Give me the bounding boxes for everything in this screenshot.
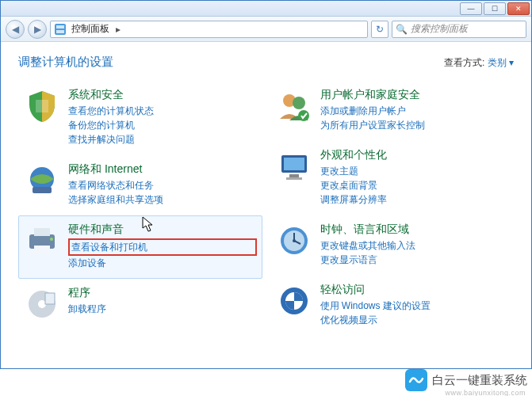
link-keyboard[interactable]: 更改键盘或其他输入法	[320, 238, 509, 253]
cat-title[interactable]: 程序	[68, 286, 257, 300]
search-icon: 🔍	[396, 24, 408, 35]
ease-icon	[276, 283, 312, 319]
cat-title[interactable]: 时钟、语言和区域	[320, 223, 509, 237]
link-backup[interactable]: 备份您的计算机	[68, 118, 257, 132]
svg-rect-7	[34, 228, 50, 236]
link-network-status[interactable]: 查看网络状态和任务	[68, 178, 257, 192]
content-area: 调整计算机的设置 查看方式: 类别 ▾ 系统和安全	[1, 42, 531, 368]
svg-rect-5	[33, 187, 52, 193]
viewby-dropdown[interactable]: 类别 ▾	[488, 57, 514, 68]
link-language[interactable]: 更改显示语言	[320, 253, 509, 267]
maximize-button[interactable]: ☐	[484, 2, 506, 15]
control-panel-icon	[54, 23, 67, 36]
watermark: 白云一键重装系统	[405, 369, 527, 391]
back-button[interactable]: ◀	[6, 20, 25, 39]
heading-row: 调整计算机的设置 查看方式: 类别 ▾	[18, 55, 514, 70]
disc-icon	[24, 286, 60, 322]
monitor-icon	[276, 148, 312, 185]
cat-programs[interactable]: 程序 卸载程序	[18, 279, 262, 331]
forward-button[interactable]: ▶	[28, 20, 47, 39]
cat-title[interactable]: 网络和 Internet	[68, 162, 257, 177]
svg-rect-12	[45, 293, 55, 304]
cat-system-security[interactable]: 系统和安全 查看您的计算机状态 备份您的计算机 查找并解决问题	[18, 81, 262, 155]
svg-rect-18	[289, 174, 299, 177]
address-bar[interactable]: 控制面板 ▸	[50, 21, 368, 38]
link-view-status[interactable]: 查看您的计算机状态	[68, 104, 257, 118]
link-recommended[interactable]: 使用 Windows 建议的设置	[320, 299, 509, 313]
svg-rect-3	[36, 100, 48, 112]
cat-network[interactable]: 网络和 Internet 查看网络状态和任务 选择家庭组和共享选项	[18, 155, 262, 215]
navbar: ◀ ▶ 控制面板 ▸ ↻ 🔍 搜索控制面板	[1, 17, 531, 42]
svg-rect-19	[286, 177, 302, 180]
shield-icon	[24, 88, 60, 124]
watermark-text: 白云一键重装系统	[432, 373, 527, 388]
link-add-remove-users[interactable]: 添加或删除用户帐户	[320, 104, 509, 118]
cat-user-accounts[interactable]: 用户帐户和家庭安全 添加或删除用户帐户 为所有用户设置家长控制	[270, 81, 515, 141]
link-theme[interactable]: 更改主题	[320, 164, 509, 178]
view-by: 查看方式: 类别 ▾	[444, 56, 514, 70]
cat-title[interactable]: 系统和安全	[68, 88, 257, 102]
svg-rect-1	[56, 25, 64, 29]
left-column: 系统和安全 查看您的计算机状态 备份您的计算机 查找并解决问题 网络和 Inte…	[18, 81, 262, 336]
right-column: 用户帐户和家庭安全 添加或删除用户帐户 为所有用户设置家长控制 外观和个性化	[270, 81, 515, 336]
cat-title[interactable]: 用户帐户和家庭安全	[320, 88, 509, 102]
svg-rect-17	[284, 158, 304, 170]
close-button[interactable]: ✕	[507, 2, 530, 15]
chevron-down-icon: ▾	[509, 57, 514, 68]
printer-icon	[24, 223, 60, 259]
link-video[interactable]: 优化视频显示	[320, 313, 509, 327]
refresh-button[interactable]: ↻	[371, 21, 388, 38]
cat-ease-of-access[interactable]: 轻松访问 使用 Windows 建议的设置 优化视频显示	[270, 276, 515, 336]
svg-point-14	[293, 97, 305, 109]
cat-clock-region[interactable]: 时钟、语言和区域 更改键盘或其他输入法 更改显示语言	[270, 215, 515, 276]
link-devices-printers[interactable]: 查看设备和打印机	[68, 238, 257, 256]
link-troubleshoot[interactable]: 查找并解决问题	[68, 132, 257, 147]
watermark-url: www.baiyunxitong.com	[445, 389, 526, 396]
page-title: 调整计算机的设置	[18, 55, 113, 70]
search-placeholder: 搜索控制面板	[411, 22, 468, 36]
viewby-label: 查看方式:	[444, 57, 484, 68]
users-icon	[276, 88, 312, 124]
watermark-logo-icon	[405, 369, 427, 391]
cat-appearance[interactable]: 外观和个性化 更改主题 更改桌面背景 调整屏幕分辨率	[270, 141, 515, 215]
address-group: 控制面板 ▸ ↻	[50, 21, 388, 38]
link-uninstall[interactable]: 卸载程序	[68, 302, 257, 316]
search-input[interactable]: 🔍 搜索控制面板	[392, 21, 526, 38]
clock-globe-icon	[276, 223, 312, 259]
link-homegroup[interactable]: 选择家庭组和共享选项	[68, 192, 257, 207]
cat-title[interactable]: 外观和个性化	[320, 148, 509, 162]
svg-rect-8	[34, 246, 50, 253]
category-columns: 系统和安全 查看您的计算机状态 备份您的计算机 查找并解决问题 网络和 Inte…	[18, 81, 514, 336]
svg-point-22	[293, 239, 296, 242]
svg-point-15	[298, 110, 309, 121]
window-frame: — ☐ ✕ ◀ ▶ 控制面板 ▸ ↻ 🔍 搜索控制面板 调整计算机的设置 查看方	[0, 0, 532, 369]
svg-rect-2	[56, 30, 64, 33]
titlebar: — ☐ ✕	[1, 1, 531, 17]
breadcrumb[interactable]: 控制面板	[71, 22, 109, 36]
cat-title[interactable]: 硬件和声音	[68, 223, 257, 237]
svg-point-9	[50, 238, 53, 241]
minimize-button[interactable]: —	[460, 2, 482, 15]
link-add-device[interactable]: 添加设备	[68, 256, 257, 270]
link-parental[interactable]: 为所有用户设置家长控制	[320, 118, 509, 132]
breadcrumb-sep-icon: ▸	[116, 24, 121, 35]
cat-hardware-sound[interactable]: 硬件和声音 查看设备和打印机 添加设备	[18, 215, 262, 279]
cat-title[interactable]: 轻松访问	[320, 283, 509, 297]
globe-icon	[24, 162, 60, 199]
link-resolution[interactable]: 调整屏幕分辨率	[320, 192, 509, 207]
link-wallpaper[interactable]: 更改桌面背景	[320, 178, 509, 192]
